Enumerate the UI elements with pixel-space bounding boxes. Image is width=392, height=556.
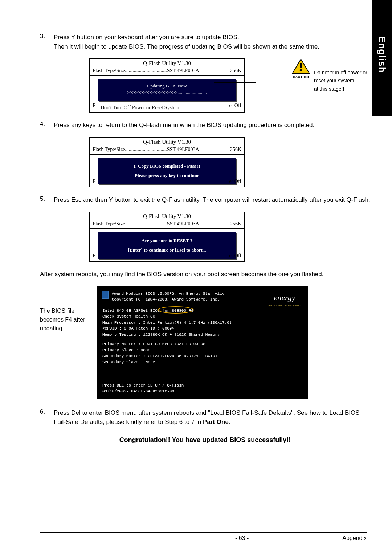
boot-screen-wrap: The BIOS file becomes F4 after updating … [40, 286, 370, 399]
boot-l3a: Intel 845 GE AGPSet BIOS [102, 308, 160, 313]
flash-type: Flash Type/Size.........................… [93, 68, 199, 74]
boot-l6: <CPUID : 0F0A Patch ID : 0009> [102, 326, 303, 332]
step-4: 4. Press any keys to return to the Q-Fla… [40, 120, 370, 130]
flash-size: 256K [230, 147, 241, 152]
caution-sign: CAUTION [290, 58, 312, 79]
caution-icon [291, 58, 310, 74]
updating-dialog: Updating BIOS Now >>>>>>>>>>>>>>>>>>>...… [98, 79, 236, 101]
footer-off: er Off [229, 179, 241, 184]
step-number: 5. [40, 195, 54, 205]
qflash-box-2: Q-Flash Utility V1.30 Flash Type/Size...… [89, 137, 245, 187]
caution-l2: reset your system [314, 77, 367, 85]
language-sidebar: English [372, 0, 392, 116]
step-4-text: Press any keys to return to the Q-Flash … [54, 120, 314, 130]
page-number: - 63 - [235, 535, 249, 541]
boot-l13: 03/18/2003-I845GE-6A69YG01C-00 [102, 388, 184, 394]
page-footer: - 63 - Appendix [40, 532, 367, 541]
flash-size: 256K [230, 68, 241, 74]
step3-figure-wrap: Q-Flash Utility V1.30 Flash Type/Size...… [40, 58, 370, 113]
qflash-title: Q-Flash Utility V1.30 [90, 138, 244, 146]
after-reboot-text: After system reboots, you may find the B… [40, 270, 370, 279]
step-3: 3. Press Y button on your keyboard after… [40, 33, 370, 51]
dialog-line: Updating BIOS Now [101, 83, 233, 89]
energy-star-logo: energy EPA POLLUTION PREVENTER [268, 291, 301, 307]
boot-l8: Primary Master : FUJITSU MPE3170AT ED-03… [102, 341, 303, 347]
caution-note: Do not trun off power or reset your syst… [314, 69, 367, 93]
qflash-box-3: Q-Flash Utility V1.30 Flash Type/Size...… [89, 212, 245, 262]
boot-screen: energy EPA POLLUTION PREVENTER Award Mod… [97, 286, 308, 399]
flash-type: Flash Type/Size.........................… [93, 221, 199, 227]
boot-l7: Memory Testing : 122880K OK + 8192K Shar… [102, 332, 303, 338]
step-number: 6. [40, 408, 54, 427]
dialog-progress: >>>>>>>>>>>>>>>>>>>.....................… [101, 90, 233, 95]
boot-l5: Main Processor : Intel Pentium(R) 4 1.7 … [102, 320, 303, 326]
qflash-box-1: Q-Flash Utility V1.30 Flash Type/Size...… [89, 58, 245, 113]
step-text: Press Y button on your keyboard after yo… [54, 33, 319, 51]
caution-callout: CAUTION Do not trun off power or reset y… [290, 58, 367, 93]
footer-warning: Don't Turn Off Power or Reset System [101, 105, 179, 111]
congratulation-text: Congratulation!! You have updated BIOS s… [40, 436, 370, 444]
svg-point-2 [300, 69, 302, 71]
boot-label: The BIOS file becomes F4 after updating [40, 307, 94, 333]
footer-off: er Off [229, 253, 241, 259]
step-3-line2: Then it will begin to update BIOS. The p… [54, 43, 319, 50]
flash-type: Flash Type/Size.........................… [93, 147, 199, 152]
step-5-text: Press Esc and then Y button to exit the … [54, 195, 370, 205]
footer-e: E [93, 253, 96, 259]
energy-text: energy [268, 291, 301, 303]
bios-version-highlight [158, 306, 194, 314]
bios-chip-icon [102, 291, 109, 299]
section-name: Appendix [342, 535, 367, 541]
boot-l11: Secondary Slave : None [102, 359, 303, 365]
connector-line [214, 82, 256, 83]
footer-e: E [93, 179, 96, 184]
caution-l3: at this stage!! [314, 85, 367, 93]
step-6: 6. Press Del to enter BIOS menu after sy… [40, 408, 370, 427]
footer-e: E [93, 103, 96, 109]
svg-rect-1 [300, 63, 302, 68]
boot-l10: Secondary Master : CREATIVEDVD-RM DVD124… [102, 353, 303, 359]
step-number: 3. [40, 33, 54, 51]
page-content: 3. Press Y button on your keyboard after… [0, 0, 392, 455]
qflash-title: Q-Flash Utility V1.30 [90, 59, 244, 68]
qflash-title: Q-Flash Utility V1.30 [90, 212, 244, 221]
flash-size: 256K [230, 221, 241, 227]
footer-off: er Off [229, 103, 241, 109]
dialog-pass: !! Copy BIOS completed - Pass !! [101, 163, 233, 169]
dialog-reset-q: Are you sure to RESET ? [101, 238, 233, 244]
boot-l12: Press DEL to enter SETUP / Q-Flash [102, 383, 184, 389]
dialog-continue: Please press any key to continue [101, 173, 233, 179]
step-5: 5. Press Esc and then Y button to exit t… [40, 195, 370, 205]
caution-label: CAUTION [290, 75, 312, 79]
energy-sub: EPA POLLUTION PREVENTER [268, 304, 301, 307]
boot-l4: Check System Health OK [102, 314, 303, 320]
step-6-text: Press Del to enter BIOS menu after syste… [54, 408, 370, 427]
step-3-line1: Press Y button on your keyboard after yo… [54, 34, 239, 41]
step-number: 4. [40, 120, 54, 130]
language-label: English [376, 36, 388, 73]
caution-l1: Do not trun off power or [314, 69, 367, 77]
boot-l9: Primary Slave : None [102, 347, 303, 353]
dialog-reset-hint: [Enter] to continure or [Esc] to abort..… [101, 247, 233, 253]
